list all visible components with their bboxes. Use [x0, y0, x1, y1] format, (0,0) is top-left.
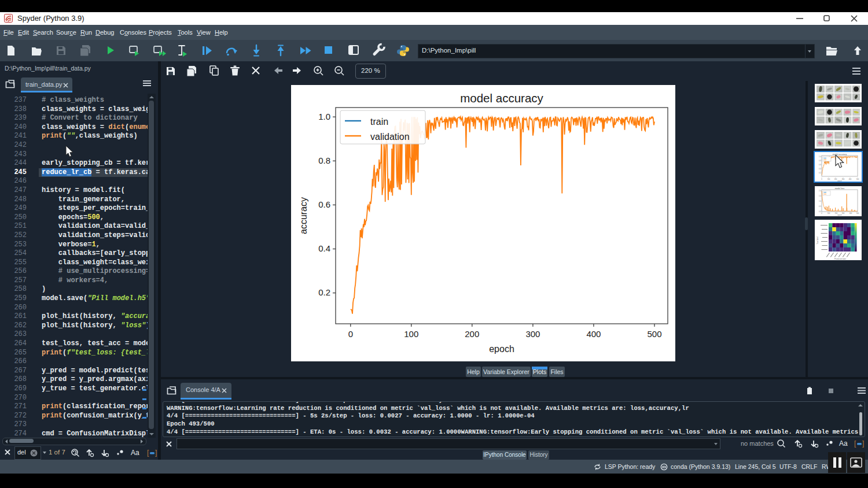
svg-text:model loss: model loss	[835, 187, 845, 190]
svg-text:300: 300	[842, 212, 845, 215]
svg-text:0: 0	[821, 212, 822, 215]
svg-text:400: 400	[849, 178, 852, 180]
svg-text:0.8: 0.8	[819, 160, 821, 162]
svg-text:0.8: 0.8	[318, 156, 330, 165]
svg-text:epoch: epoch	[837, 180, 842, 182]
svg-text:0.4: 0.4	[819, 168, 821, 170]
svg-text:model accuracy: model accuracy	[460, 91, 543, 105]
svg-text:0.6: 0.6	[819, 164, 821, 166]
svg-text:300: 300	[842, 178, 845, 180]
svg-text:200: 200	[834, 178, 837, 180]
svg-text:0.2: 0.2	[819, 172, 821, 174]
svg-text:]: ]	[155, 449, 157, 457]
svg-text:0.4: 0.4	[318, 243, 330, 253]
svg-text:0: 0	[348, 329, 353, 339]
svg-text:Aa: Aa	[839, 439, 848, 448]
svg-text:500: 500	[856, 212, 859, 215]
svg-text:Predicted label: Predicted label	[834, 258, 846, 260]
svg-text:accuracy: accuracy	[299, 197, 308, 234]
svg-text:train: train	[370, 117, 388, 127]
svg-text:0.2: 0.2	[318, 287, 330, 297]
svg-text:1.5: 1.5	[819, 195, 821, 197]
svg-text:]: ]	[862, 439, 864, 448]
svg-text:1.0: 1.0	[819, 200, 821, 202]
svg-text:epoch: epoch	[489, 344, 514, 354]
svg-text:400: 400	[586, 329, 601, 339]
svg-text:0.0: 0.0	[819, 210, 821, 213]
svg-text:500: 500	[856, 178, 859, 180]
svg-text:1.0: 1.0	[318, 112, 330, 121]
svg-text:True label: True label	[816, 236, 819, 245]
svg-text:Aa: Aa	[131, 449, 139, 457]
svg-text:100: 100	[827, 178, 830, 180]
svg-text:300: 300	[525, 329, 540, 339]
svg-text:[: [	[854, 439, 856, 448]
svg-text:epoch: epoch	[837, 214, 842, 216]
svg-text:[: [	[147, 449, 149, 457]
svg-text:0.6: 0.6	[318, 199, 330, 209]
svg-text:100: 100	[827, 212, 830, 215]
svg-text:2.0: 2.0	[819, 190, 821, 192]
svg-text:1.0: 1.0	[819, 156, 821, 158]
svg-text:100: 100	[404, 329, 418, 339]
svg-text:0.5: 0.5	[819, 205, 821, 208]
svg-text:400: 400	[849, 212, 852, 215]
svg-text:200: 200	[465, 329, 479, 339]
svg-text:500: 500	[647, 329, 661, 339]
svg-text:validation: validation	[370, 132, 410, 142]
